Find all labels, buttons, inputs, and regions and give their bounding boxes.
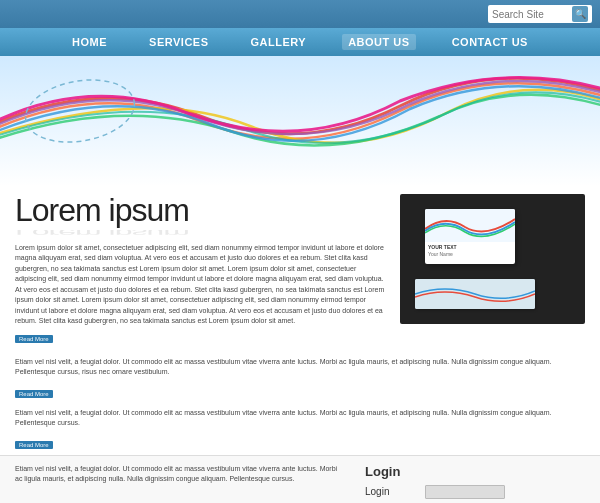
hero-wave [0, 56, 600, 186]
paragraph-section-2: Etiam vel nisl velit, a feugiat dolor. U… [0, 404, 600, 455]
biz-card-text: YOUR TEXT Your Name [425, 242, 515, 260]
nav-gallery[interactable]: GALLERY [245, 34, 313, 50]
login-title: Login [365, 464, 585, 479]
lorem-title: Lorem ipsum Lorem ipsum [15, 194, 385, 239]
business-card-image: YOUR TEXT Your Name [400, 194, 585, 324]
svg-rect-0 [0, 56, 600, 186]
nav-about[interactable]: ABOUT US [342, 34, 415, 50]
search-box: 🔍 [488, 5, 592, 23]
biz-card-secondary [415, 279, 535, 309]
biz-card-main: YOUR TEXT Your Name [425, 209, 515, 264]
para-text-1: Etiam vel nisl velit, a feugiat dolor. U… [15, 357, 585, 378]
nav-home[interactable]: HOME [66, 34, 113, 50]
login-box: Login Login Password [365, 464, 585, 503]
hero-body-text: Lorem ipsum dolor sit amet, consectetuer… [15, 243, 385, 327]
top-bar: 🔍 [0, 0, 600, 28]
hero-section [0, 56, 600, 186]
login-input[interactable] [425, 485, 505, 499]
read-more-button[interactable]: Read More [15, 335, 53, 343]
read-more-2[interactable]: Read More [15, 441, 53, 449]
main-nav: HOME SERVICES GALLERY ABOUT US CONTACT U… [0, 28, 600, 56]
login-label: Login [365, 486, 420, 497]
search-button[interactable]: 🔍 [572, 6, 588, 22]
search-input[interactable] [492, 9, 572, 20]
bottom-section: Etiam vel nisl velit, a feugiat dolor. U… [0, 455, 600, 503]
read-more-1[interactable]: Read More [15, 390, 53, 398]
bottom-body-text: Etiam vel nisl velit, a feugiat dolor. U… [15, 464, 345, 503]
content-left: Lorem ipsum Lorem ipsum Lorem ipsum dolo… [15, 194, 385, 345]
paragraph-section-1: Etiam vel nisl velit, a feugiat dolor. U… [0, 353, 600, 404]
main-content: Lorem ipsum Lorem ipsum Lorem ipsum dolo… [0, 186, 600, 353]
para-text-2: Etiam vel nisl velit, a feugiat dolor. U… [15, 408, 585, 429]
nav-services[interactable]: SERVICES [143, 34, 214, 50]
login-row: Login [365, 485, 585, 499]
nav-contact[interactable]: CONTACT US [446, 34, 534, 50]
